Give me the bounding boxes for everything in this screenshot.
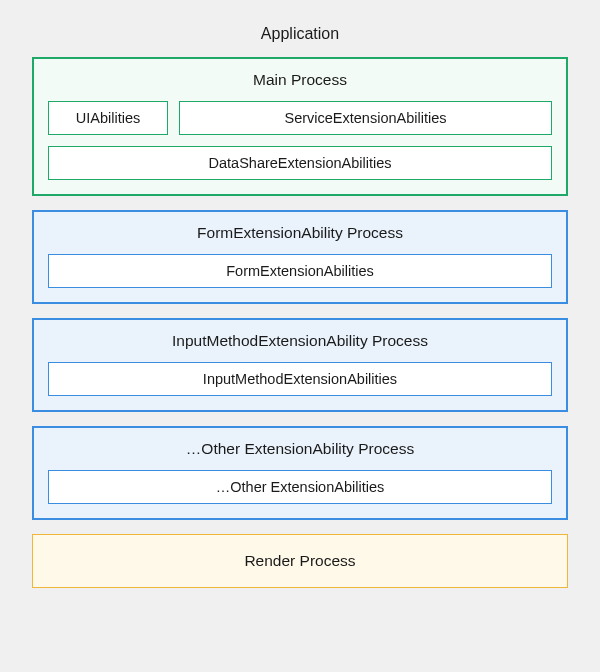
form-ext-process-box: FormExtensionAbility Process FormExtensi… [32,210,568,304]
form-ext-process-title: FormExtensionAbility Process [48,224,552,242]
main-process-box: Main Process UIAbilities ServiceExtensio… [32,57,568,196]
datashare-ext-abilities-box: DataShareExtensionAbilities [48,146,552,180]
main-process-row1: UIAbilities ServiceExtensionAbilities [48,101,552,135]
form-ext-abilities-box: FormExtensionAbilities [48,254,552,288]
application-title: Application [32,25,568,43]
service-ext-abilities-box: ServiceExtensionAbilities [179,101,552,135]
ui-abilities-box: UIAbilities [48,101,168,135]
render-process-title: Render Process [47,552,553,570]
ime-ext-abilities-box: InputMethodExtensionAbilities [48,362,552,396]
main-process-title: Main Process [48,71,552,89]
main-process-row2: DataShareExtensionAbilities [48,146,552,180]
other-ext-process-title: …Other ExtensionAbility Process [48,440,552,458]
other-ext-process-box: …Other ExtensionAbility Process …Other E… [32,426,568,520]
render-process-box: Render Process [32,534,568,588]
ime-ext-process-title: InputMethodExtensionAbility Process [48,332,552,350]
application-diagram: Application Main Process UIAbilities Ser… [32,25,568,588]
other-ext-abilities-box: …Other ExtensionAbilities [48,470,552,504]
ime-ext-process-box: InputMethodExtensionAbility Process Inpu… [32,318,568,412]
